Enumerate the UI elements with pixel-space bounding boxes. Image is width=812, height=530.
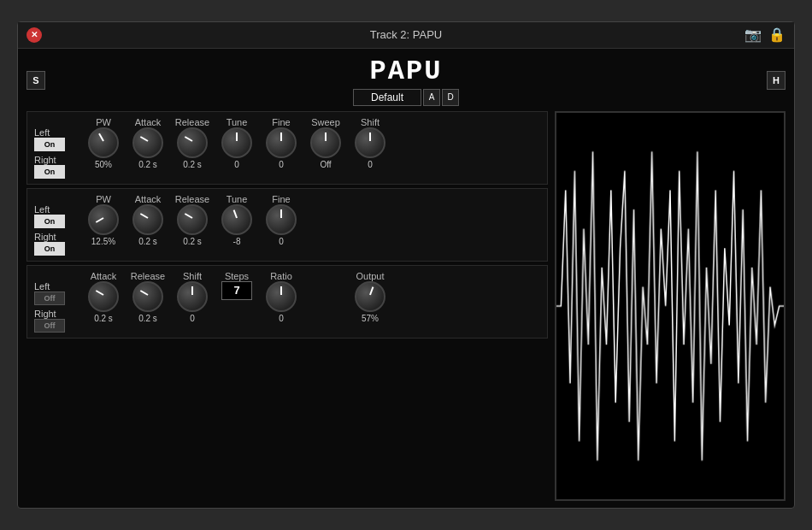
s-button[interactable]: S	[26, 71, 45, 90]
knob-ratio-3: 0	[259, 281, 303, 323]
left-label-3: Left	[34, 281, 81, 292]
release-knob-3[interactable]	[132, 281, 163, 312]
section2-row: Left On Right On 12.5%	[34, 204, 540, 256]
col-output-3: Output	[348, 271, 392, 281]
knob-attack-2: 0.2 s	[126, 204, 170, 246]
waveform-panel	[555, 111, 786, 501]
section1-row: Left On Right On 50%	[34, 127, 540, 179]
title-icons: 📷 🔒	[744, 26, 786, 43]
section3: Attack Release Shift Steps Ratio Output …	[26, 265, 548, 339]
tune-knob-2[interactable]	[221, 204, 252, 235]
logo: PAPU	[370, 56, 443, 87]
col-attack-3: Attack	[81, 271, 126, 281]
left-on-btn-2[interactable]: On	[34, 215, 65, 228]
h-button[interactable]: H	[767, 71, 786, 90]
right-label-1: Right	[34, 155, 81, 165]
right-label-3: Right	[34, 309, 81, 319]
knob-release-3: 0.2 s	[126, 281, 170, 323]
controls-panel: PW Attack Release Tune Fine Sweep Shift …	[26, 111, 548, 501]
camera-icon[interactable]: 📷	[744, 26, 762, 43]
release-value-2: 0.2 s	[183, 237, 202, 246]
shift-value-3: 0	[190, 314, 195, 323]
release-value-1: 0.2 s	[183, 160, 202, 169]
preset-row: Default A D	[353, 89, 459, 106]
steps-group: 7	[215, 281, 259, 300]
top-bar: S PAPU Default A D H	[26, 56, 786, 106]
col-shift-1: Shift	[348, 117, 392, 127]
pw-value-2: 12.5%	[91, 237, 115, 246]
release-knob-2[interactable]	[177, 204, 208, 235]
attack-knob-1[interactable]	[132, 127, 163, 158]
col-tune-2: Tune	[215, 194, 259, 204]
knob-attack-1: 0.2 s	[126, 127, 170, 169]
right-label-2: Right	[34, 232, 81, 242]
section2: PW Attack Release Tune Fine Left On Righ…	[26, 188, 548, 262]
knob-sweep-1: Off	[303, 127, 348, 169]
col-sweep-1: Sweep	[303, 117, 348, 127]
section2-labels: Left On Right On	[34, 204, 81, 256]
knob-attack-3: 0.2 s	[81, 281, 126, 323]
output-knob-3[interactable]	[355, 281, 385, 312]
section3-knobs: 0.2 s 0.2 s 0 7	[81, 281, 540, 323]
shift-knob-3[interactable]	[177, 281, 208, 312]
attack-knob-2[interactable]	[132, 204, 163, 235]
knob-fine-1: 0	[259, 127, 303, 169]
waveform-canvas	[556, 113, 784, 499]
release-value-3: 0.2 s	[138, 314, 157, 323]
main-area: S PAPU Default A D H PW Attack	[18, 49, 794, 508]
col-spacer-3	[303, 271, 348, 281]
section3-row: Left Off Right Off 0.2 s	[34, 281, 540, 333]
tune-knob-1[interactable]	[221, 127, 252, 158]
output-value-3: 57%	[362, 314, 379, 323]
col-shift-3: Shift	[170, 271, 215, 281]
knob-shift-1: 0	[348, 127, 392, 169]
col-release-1: Release	[170, 117, 215, 127]
pw-knob-1[interactable]	[88, 127, 119, 158]
right-on-btn-2[interactable]: On	[34, 242, 65, 256]
col-steps-3: Steps	[215, 271, 259, 281]
steps-value[interactable]: 7	[221, 281, 252, 300]
fine-knob-1[interactable]	[266, 127, 297, 158]
knob-fine-2: 0	[259, 204, 303, 246]
attack-knob-3[interactable]	[88, 281, 119, 312]
col-attack-2: Attack	[126, 194, 170, 204]
knob-output-3: 57%	[348, 281, 392, 323]
preset-name[interactable]: Default	[353, 89, 421, 106]
window-title: Track 2: PAPU	[370, 28, 443, 41]
ratio-knob-3[interactable]	[266, 281, 297, 312]
section1-headers: PW Attack Release Tune Fine Sweep Shift	[34, 117, 540, 127]
release-knob-1[interactable]	[177, 127, 208, 158]
col-fine-1: Fine	[259, 117, 303, 127]
preset-d-button[interactable]: D	[442, 89, 459, 106]
attack-value-2: 0.2 s	[138, 237, 157, 246]
knob-tune-2: -8	[215, 204, 259, 246]
settings-icon[interactable]: 🔒	[768, 26, 786, 43]
left-on-btn-1[interactable]: On	[34, 138, 65, 151]
preset-a-button[interactable]: A	[423, 89, 440, 106]
col-tune-1: Tune	[215, 117, 259, 127]
section1-knobs: 50% 0.2 s 0.2 s	[81, 127, 540, 169]
left-label-2: Left	[34, 204, 81, 215]
right-on-btn-1[interactable]: On	[34, 165, 65, 179]
tune-value-1: 0	[234, 160, 239, 169]
section1-labels: Left On Right On	[34, 127, 81, 179]
knob-pw-2: 12.5%	[81, 204, 126, 246]
col-ratio-3: Ratio	[259, 271, 303, 281]
right-off-btn-3[interactable]: Off	[34, 319, 65, 333]
shift-knob-1[interactable]	[355, 127, 385, 158]
col-pw-1: PW	[81, 117, 126, 127]
fine-knob-2[interactable]	[266, 204, 297, 235]
col-attack-1: Attack	[126, 117, 170, 127]
knob-release-2: 0.2 s	[170, 204, 215, 246]
knob-release-1: 0.2 s	[170, 127, 215, 169]
col-release-2: Release	[170, 194, 215, 204]
knob-pw-1: 50%	[81, 127, 126, 169]
section1: PW Attack Release Tune Fine Sweep Shift …	[26, 111, 548, 185]
sweep-knob-1[interactable]	[310, 127, 341, 158]
left-off-btn-3[interactable]: Off	[34, 292, 65, 305]
close-button[interactable]: ✕	[26, 27, 42, 43]
knob-shift-3: 0	[170, 281, 215, 323]
pw-knob-2[interactable]	[88, 204, 119, 235]
col-release-3: Release	[126, 271, 170, 281]
fine-value-2: 0	[279, 237, 284, 246]
